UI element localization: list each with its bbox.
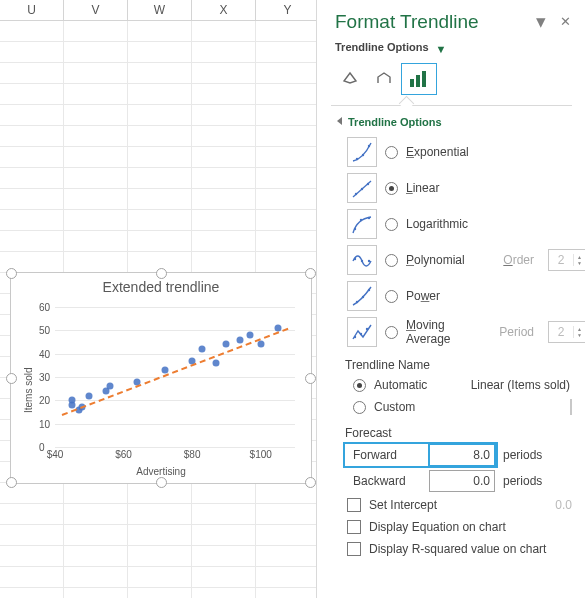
forward-row: Forward 8.0 periods <box>317 442 585 468</box>
effects-tab-icon[interactable] <box>367 64 401 94</box>
moving-radio[interactable] <box>385 326 398 339</box>
trendline-type-exponential[interactable]: Exponential <box>347 134 585 170</box>
set-intercept-checkbox[interactable] <box>347 498 361 512</box>
backward-label: Backward <box>353 474 429 488</box>
trendline-type-moving[interactable]: Moving AveragePeriod▲▼ <box>347 314 585 350</box>
section-heading[interactable]: Trendline Options <box>317 106 585 134</box>
resize-handle[interactable] <box>156 477 167 488</box>
forward-unit: periods <box>503 448 542 462</box>
polynomial-thumb-icon <box>347 245 377 275</box>
x-axis-label: Advertising <box>11 466 311 477</box>
display-equation-label: Display Equation on chart <box>369 520 506 534</box>
trendline-type-polynomial[interactable]: PolynomialOrder▲▼ <box>347 242 585 278</box>
trendline-type-logarithmic[interactable]: Logarithmic <box>347 206 585 242</box>
fill-line-tab-icon[interactable] <box>333 64 367 94</box>
automatic-radio[interactable] <box>353 379 366 392</box>
resize-handle[interactable] <box>305 373 316 384</box>
backward-row: Backward 0.0 periods <box>317 468 585 494</box>
data-point[interactable] <box>86 392 93 399</box>
svg-rect-0 <box>410 79 414 87</box>
data-point[interactable] <box>69 397 76 404</box>
svg-point-8 <box>361 188 363 190</box>
svg-point-14 <box>361 260 363 262</box>
column-header[interactable]: V <box>64 0 128 20</box>
trendline-name-heading: Trendline Name <box>317 350 585 374</box>
y-tick: 60 <box>39 302 50 313</box>
power-radio[interactable] <box>385 290 398 303</box>
column-header[interactable]: Y <box>256 0 320 20</box>
svg-point-11 <box>360 219 362 221</box>
pane-tabs <box>317 63 585 95</box>
svg-point-15 <box>368 260 370 262</box>
y-tick: 10 <box>39 418 50 429</box>
data-point[interactable] <box>257 341 264 348</box>
data-point[interactable] <box>106 383 113 390</box>
format-trendline-pane: Format Trendline ▾ ✕ Trendline Options ▼… <box>316 0 585 598</box>
task-pane-options-icon[interactable]: ▾ <box>534 10 548 33</box>
svg-point-9 <box>367 183 369 185</box>
resize-handle[interactable] <box>305 477 316 488</box>
svg-point-10 <box>354 228 356 230</box>
pane-subtitle: Trendline Options <box>335 41 429 53</box>
polynomial-radio[interactable] <box>385 254 398 267</box>
column-header[interactable]: U <box>0 0 64 20</box>
column-headers: U V W X Y <box>0 0 316 21</box>
resize-handle[interactable] <box>156 268 167 279</box>
backward-input[interactable]: 0.0 <box>429 470 495 492</box>
column-header[interactable]: X <box>192 0 256 20</box>
data-point[interactable] <box>237 336 244 343</box>
chart-object[interactable]: Extended trendline Items sold Advertisin… <box>10 272 312 484</box>
linear-radio[interactable] <box>385 182 398 195</box>
data-point[interactable] <box>247 332 254 339</box>
exponential-label: Exponential <box>406 145 469 159</box>
collapse-icon[interactable] <box>337 117 342 125</box>
x-tick: $80 <box>184 449 201 460</box>
custom-name-input[interactable] <box>570 399 572 415</box>
trendline[interactable] <box>61 328 288 416</box>
exponential-radio[interactable] <box>385 146 398 159</box>
moving-label: Moving Average <box>406 318 450 346</box>
x-tick: $40 <box>47 449 64 460</box>
data-point[interactable] <box>213 360 220 367</box>
power-thumb-icon <box>347 281 377 311</box>
resize-handle[interactable] <box>305 268 316 279</box>
backward-unit: periods <box>503 474 542 488</box>
polynomial-label: Polynomial <box>406 253 465 267</box>
forward-label: Forward <box>353 448 429 462</box>
svg-point-21 <box>366 328 368 330</box>
automatic-value: Linear (Items sold) <box>471 378 570 392</box>
display-r2-checkbox[interactable] <box>347 542 361 556</box>
resize-handle[interactable] <box>6 268 17 279</box>
svg-point-16 <box>356 301 358 303</box>
svg-rect-1 <box>416 75 420 87</box>
worksheet[interactable]: U V W X Y Extended trendline Items sold … <box>0 0 316 598</box>
column-header[interactable]: W <box>128 0 192 20</box>
resize-handle[interactable] <box>6 477 17 488</box>
polynomial-param-input[interactable]: ▲▼ <box>548 249 585 271</box>
chart-title[interactable]: Extended trendline <box>11 279 311 295</box>
y-tick: 0 <box>39 442 45 453</box>
svg-point-7 <box>355 193 357 195</box>
close-icon[interactable]: ✕ <box>558 14 572 29</box>
svg-rect-2 <box>422 71 426 87</box>
data-point[interactable] <box>199 346 206 353</box>
data-point[interactable] <box>223 341 230 348</box>
trendline-type-power[interactable]: Power <box>347 278 585 314</box>
trendline-type-linear[interactable]: Linear <box>347 170 585 206</box>
display-equation-checkbox[interactable] <box>347 520 361 534</box>
svg-point-17 <box>362 296 364 298</box>
svg-point-19 <box>354 336 356 338</box>
moving-param-input[interactable]: ▲▼ <box>548 321 585 343</box>
plot-area[interactable] <box>55 307 295 447</box>
trendline-options-tab-icon[interactable] <box>401 63 437 95</box>
resize-handle[interactable] <box>6 373 17 384</box>
svg-point-5 <box>368 145 370 147</box>
y-tick: 20 <box>39 395 50 406</box>
chevron-down-icon[interactable]: ▼ <box>436 43 447 55</box>
logarithmic-radio[interactable] <box>385 218 398 231</box>
exponential-thumb-icon <box>347 137 377 167</box>
intercept-input[interactable]: 0.0 <box>555 498 572 512</box>
logarithmic-thumb-icon <box>347 209 377 239</box>
forward-input[interactable]: 8.0 <box>429 444 495 466</box>
custom-radio[interactable] <box>353 401 366 414</box>
